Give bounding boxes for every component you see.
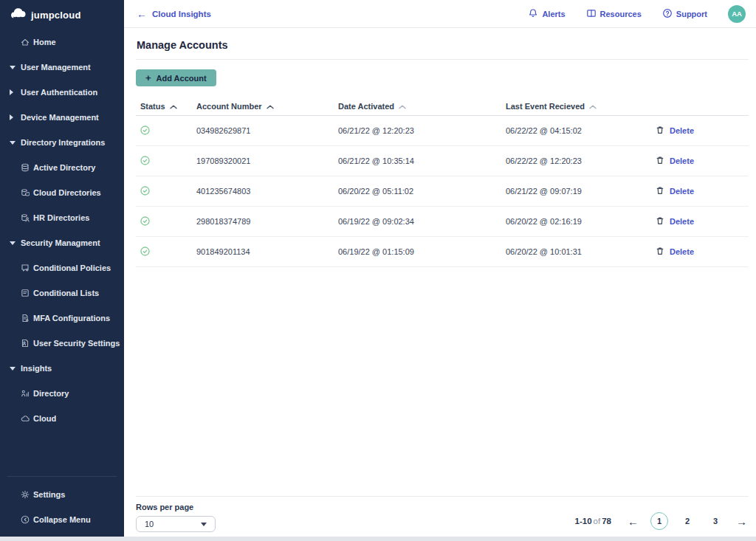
delete-button[interactable]: Delete	[656, 247, 694, 257]
sort-chevron-up-icon	[170, 102, 177, 111]
account-number-cell: 901849201134	[196, 247, 338, 256]
home-icon	[21, 38, 30, 46]
column-header-status[interactable]: Status	[140, 102, 196, 111]
table-row: 901849201134 06/19/22 @ 01:15:09 06/20/2…	[136, 237, 749, 267]
document-user-icon	[21, 339, 30, 348]
trash-icon	[656, 186, 664, 196]
sidebar-item-settings[interactable]: Settings	[0, 482, 124, 507]
account-number-cell: 401235674803	[196, 187, 338, 196]
jumpcloud-logo: jumpcloud	[0, 0, 124, 30]
sidebar-item-collapse-menu[interactable]: Collapse Menu	[0, 507, 124, 532]
page-button-1[interactable]: 1	[650, 512, 668, 530]
document-gear-icon	[21, 314, 30, 323]
sidebar-item-conditional-lists[interactable]: Conditional Lists	[0, 280, 124, 306]
database-icon	[21, 163, 30, 172]
delete-button[interactable]: Delete	[656, 156, 694, 166]
rows-per-page-label: Rows per page	[136, 503, 216, 511]
accounts-table: Status Account Number Date Activated Las…	[136, 97, 749, 267]
alerts-button[interactable]: Alerts	[528, 8, 565, 20]
sidebar-item-insights[interactable]: Insights	[0, 356, 124, 381]
sidebar-divider	[7, 476, 117, 477]
date-activated-cell: 06/21/22 @ 12:20:23	[338, 126, 506, 135]
cloud-database-icon	[21, 188, 30, 197]
logo-wordmark: jumpcloud	[31, 10, 81, 21]
plus-icon: +	[145, 72, 151, 83]
arrow-left-icon: ←	[628, 515, 639, 528]
sidebar-item-directory-integrations[interactable]: Directory Integrations	[0, 130, 124, 155]
rows-per-page-select[interactable]: 10	[136, 516, 216, 532]
delete-button[interactable]: Delete	[656, 186, 694, 196]
support-button[interactable]: Support	[662, 8, 707, 20]
sidebar-item-hr-directories[interactable]: HR Directories	[0, 205, 124, 230]
arrow-right-icon: →	[736, 515, 747, 528]
previous-page-button[interactable]: ←	[626, 515, 640, 528]
trash-icon	[656, 247, 664, 257]
chevron-right-icon	[10, 89, 21, 95]
table-row: 401235674803 06/20/22 @ 05:11:02 06/21/2…	[136, 176, 749, 207]
sidebar-item-user-authentication[interactable]: User Authentication	[0, 80, 124, 105]
sort-chevron-up-icon	[589, 102, 597, 111]
resources-button[interactable]: Resources	[586, 8, 642, 20]
date-activated-cell: 06/19/22 @ 09:02:34	[338, 217, 506, 226]
back-arrow-icon: ←	[137, 9, 147, 19]
sidebar-item-cloud-directories[interactable]: Cloud Directories	[0, 180, 124, 205]
status-cell	[140, 125, 196, 137]
sidebar-item-conditional-policies[interactable]: Conditional Policies	[0, 255, 124, 280]
column-header-last-event-recieved[interactable]: Last Event Recieved	[506, 102, 656, 111]
sidebar-item-user-management[interactable]: User Management	[0, 55, 124, 80]
column-header-account-number[interactable]: Account Number	[196, 102, 338, 111]
check-circle-icon	[140, 125, 150, 137]
content-area: ← Cloud Insights Alerts Resources	[124, 0, 756, 537]
last-event-cell: 06/20/22 @ 10:01:31	[506, 247, 656, 256]
page-button-2[interactable]: 2	[678, 512, 696, 530]
sidebar: jumpcloud Home User Management User Auth…	[0, 0, 124, 537]
sidebar-item-directory[interactable]: Directory	[0, 381, 124, 406]
table-header-row: Status Account Number Date Activated Las…	[136, 97, 749, 116]
status-cell	[140, 156, 196, 167]
add-account-button[interactable]: + Add Account	[136, 69, 216, 86]
collapse-circle-icon	[21, 515, 30, 524]
account-number-cell: 197089320021	[196, 156, 338, 165]
page-title: Manage Accounts	[137, 39, 749, 51]
question-circle-icon	[662, 8, 673, 20]
sidebar-item-mfa-configurations[interactable]: MFA Configurations	[0, 306, 124, 331]
last-event-cell: 06/22/22 @ 04:15:02	[506, 126, 656, 135]
sort-chevron-up-icon	[267, 102, 274, 111]
delete-button[interactable]: Delete	[656, 125, 694, 136]
trash-icon	[656, 216, 664, 227]
sidebar-item-active-directory[interactable]: Active Directory	[0, 155, 124, 180]
cloud-icon	[21, 414, 30, 423]
next-page-button[interactable]: →	[735, 515, 749, 528]
sidebar-footer: Settings Collapse Menu	[0, 476, 124, 537]
rows-per-page-value: 10	[145, 520, 154, 528]
cloud-logo-icon	[10, 8, 27, 22]
page-button-3[interactable]: 3	[707, 512, 724, 530]
column-header-date-activated[interactable]: Date Activated	[338, 102, 506, 111]
list-card-icon	[21, 289, 30, 297]
date-activated-cell: 06/19/22 @ 01:15:09	[338, 247, 506, 256]
user-avatar[interactable]: AA	[728, 5, 746, 23]
dropdown-caret-icon	[201, 523, 207, 526]
delete-button[interactable]: Delete	[656, 216, 694, 227]
date-activated-cell: 06/20/22 @ 05:11:02	[338, 187, 506, 196]
back-to-cloud-insights-link[interactable]: ← Cloud Insights	[137, 9, 211, 19]
sidebar-item-security-managment[interactable]: Security Managment	[0, 230, 124, 255]
sidebar-item-user-security-settings[interactable]: User Security Settings	[0, 331, 124, 356]
sidebar-item-device-management[interactable]: Device Management	[0, 105, 124, 130]
chat-policy-icon	[21, 263, 30, 272]
chevron-down-icon	[10, 66, 21, 69]
sidebar-nav: Home User Management User Authentication…	[0, 30, 124, 431]
status-cell	[140, 216, 196, 227]
result-range: 1-10of78	[575, 517, 611, 526]
table-row: 197089320021 06/21/22 @ 10:35:14 06/22/2…	[136, 146, 749, 176]
sidebar-item-home[interactable]: Home	[0, 30, 124, 55]
main-panel: Manage Accounts + Add Account Status Acc…	[124, 28, 756, 537]
sidebar-item-cloud[interactable]: Cloud	[0, 406, 124, 431]
account-number-cell: 034982629871	[196, 126, 338, 135]
chevron-down-icon	[10, 141, 21, 145]
chevron-right-icon	[10, 114, 21, 120]
topbar: ← Cloud Insights Alerts Resources	[124, 0, 756, 28]
check-circle-icon	[140, 247, 150, 258]
app-window: jumpcloud Home User Management User Auth…	[0, 0, 756, 541]
account-number-cell: 298018374789	[196, 217, 338, 226]
